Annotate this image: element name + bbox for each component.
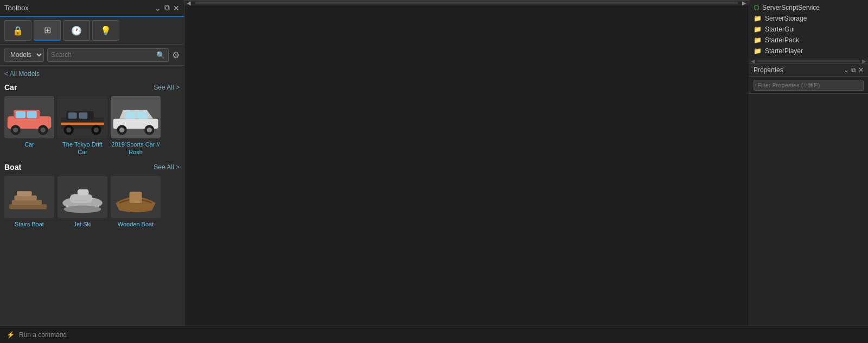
svg-point-32 [64,206,101,213]
search-icon[interactable]: 🔍 [156,51,165,59]
svg-rect-25 [9,204,47,209]
svg-point-3 [13,127,18,132]
toolbox-panel: Toolbox ⌄ ⧉ ✕ 🔒 ⊞ 🕐 💡 Mo [0,0,184,326]
serverscript-label: ServerScriptService [762,4,820,11]
bottom-bar: ⚡ Run a command [0,326,868,343]
properties-collapse-icon[interactable]: ⌄ [844,66,849,74]
boat-section-header: Boat See All > [4,163,180,172]
car-section-title: Car [4,83,17,92]
search-input-wrap: 🔍 [47,48,169,62]
explorer-scroll-track[interactable] [757,60,860,62]
tab-grid[interactable]: ⊞ [34,20,61,41]
boat-item-jetski[interactable]: Jet Ski [58,176,107,228]
svg-rect-27 [14,195,36,200]
properties-title: Properties [754,66,783,74]
explorer-item-serverscript[interactable]: ⬡ ServerScriptService [749,2,868,13]
car-item-sports[interactable]: 2019 Sports Car // Rosh [111,96,161,156]
tab-lock[interactable]: 🔒 [4,20,31,41]
boat-item-stairs[interactable]: Stairs Boat [4,176,54,228]
explorer-item-starterplayer[interactable]: 📁 StarterPlayer [749,46,868,56]
svg-point-20 [119,127,124,132]
bulb-icon: 💡 [100,26,111,36]
category-dropdown[interactable]: Models [4,48,44,62]
car-see-all[interactable]: See All > [154,84,180,91]
explorer-items: ⬡ ServerScriptService 📁 ServerStorage 📁 … [749,0,868,59]
svg-point-22 [147,127,152,132]
boat-label-jetski: Jet Ski [73,220,91,228]
starterplayer-label: StarterPlayer [765,47,803,55]
explorer-item-serverstorage[interactable]: 📁 ServerStorage [749,13,868,24]
svg-rect-33 [130,192,142,203]
properties-close-icon[interactable]: ✕ [858,66,864,74]
boat-see-all[interactable]: See All > [154,163,180,171]
explorer-item-starterpack[interactable]: 📁 StarterPack [749,35,868,46]
breadcrumb[interactable]: < All Models [4,70,180,78]
car-label-sports: 2019 Sports Car // Rosh [111,141,161,156]
viewport-scrollbar[interactable]: ◀ ▶ [184,0,749,5]
serverstorage-icon: 📁 [754,15,762,22]
properties-header-icons: ⌄ ⧉ ✕ [844,66,864,74]
content-area[interactable]: < All Models Car See All > [0,66,184,326]
car-thumb-pink [4,96,54,138]
car-label-pink: Car [24,141,34,148]
car-item-pink[interactable]: Car [4,96,54,156]
properties-popout-icon[interactable]: ⧉ [851,66,856,74]
svg-rect-30 [70,194,92,203]
command-placeholder[interactable]: Run a command [19,331,67,339]
explorer-scrollbar[interactable]: ◀ ▶ [749,59,868,63]
minimize-icon[interactable]: ⌄ [155,4,161,12]
car-label-tokyo: The Tokyo Drift Car [58,141,107,156]
svg-marker-18 [119,110,153,118]
boat-thumb-wood [111,176,161,218]
properties-header: Properties ⌄ ⧉ ✕ [749,63,868,77]
svg-rect-26 [12,200,42,205]
lock-icon: 🔒 [12,26,23,36]
toolbox-tabs: 🔒 ⊞ 🕐 💡 [0,17,184,45]
svg-rect-7 [27,111,36,118]
car-thumb-sports [111,96,161,138]
boat-item-wood[interactable]: Wooden Boat [111,176,161,228]
properties-filter-input[interactable] [754,80,864,91]
explorer-item-startergui[interactable]: 📁 StarterGui [749,24,868,35]
svg-rect-6 [16,111,25,118]
boat-label-stairs: Stairs Boat [15,220,44,228]
main-area: Toolbox ⌄ ⧉ ✕ 🔒 ⊞ 🕐 💡 Mo [0,0,868,326]
clock-icon: 🕐 [71,26,82,36]
car-item-tokyo[interactable]: The Tokyo Drift Car [58,96,107,156]
scroll-left-arrow[interactable]: ◀ [187,0,191,6]
svg-point-5 [41,127,46,132]
scrollbar-track[interactable] [195,2,738,4]
close-icon[interactable]: ✕ [173,4,180,12]
svg-point-12 [66,127,71,132]
scroll-nav-right: ▶ [740,0,749,7]
startergui-label: StarterGui [765,26,795,33]
boat-thumb-jetski [58,176,107,218]
boat-label-wood: Wooden Boat [118,220,154,228]
search-bar: Models 🔍 ⚙ [0,45,184,66]
grid-icon: ⊞ [44,25,51,35]
starterpack-icon: 📁 [754,36,762,44]
boat-model-grid: Stairs Boat Jet Ski [4,176,180,228]
explorer-section: ⬡ ServerScriptService 📁 ServerStorage 📁 … [749,0,868,63]
svg-point-14 [94,127,99,132]
properties-filter: ▼ [749,77,868,94]
svg-rect-31 [78,189,89,196]
popout-icon[interactable]: ⧉ [164,3,170,12]
car-section-header: Car See All > [4,83,180,92]
boat-section-title: Boat [4,163,21,172]
scroll-right-arrow[interactable]: ▶ [742,0,746,6]
command-icon: ⚡ [7,331,15,339]
scroll-nav-left: ◀ [184,0,193,7]
svg-rect-28 [17,191,32,196]
tab-recent[interactable]: 🕐 [63,20,90,41]
svg-rect-10 [61,122,105,125]
boat-thumb-stairs [4,176,54,218]
startergui-icon: 📁 [754,26,762,33]
serverstorage-label: ServerStorage [765,15,807,22]
serverscript-icon: ⬡ [754,4,759,11]
filter-icon[interactable]: ⚙ [172,50,180,60]
svg-rect-15 [68,112,77,119]
search-input[interactable] [51,51,156,59]
car-model-grid: Car [4,96,180,156]
tab-suggest[interactable]: 💡 [92,20,119,41]
